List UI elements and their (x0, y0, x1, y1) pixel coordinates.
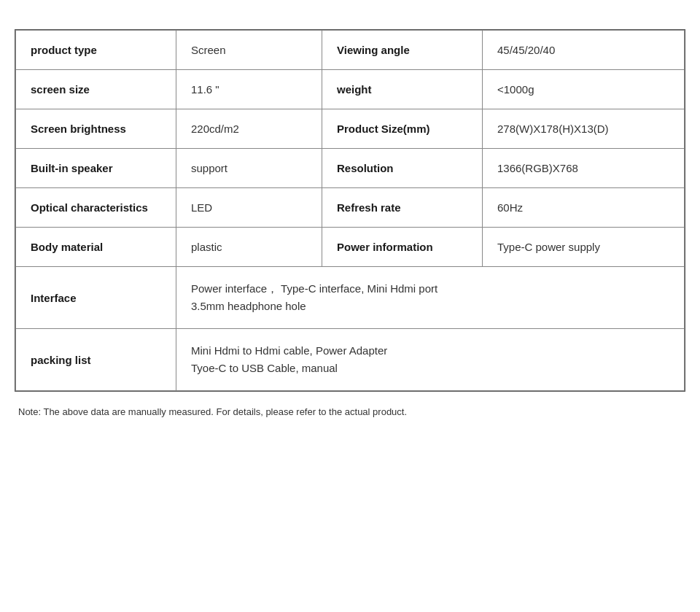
packing-label: packing list (16, 329, 176, 391)
left-label-2: Screen brightness (16, 109, 176, 149)
packing-row: packing list Mini Hdmi to Hdmi cable, Po… (16, 329, 685, 391)
left-label-4: Optical characteristics (16, 188, 176, 228)
right-value-0: 45/45/20/40 (483, 31, 685, 70)
table-row: Optical characteristicsLEDRefresh rate60… (16, 188, 685, 228)
specs-table: product typeScreenViewing angle45/45/20/… (15, 30, 685, 391)
table-row: Built-in speakersupportResolution1366(RG… (16, 149, 685, 188)
table-row: screen size11.6 "weight<1000g (16, 70, 685, 109)
interface-row: Interface Power interface， Type-C interf… (16, 267, 685, 329)
right-label-0: Viewing angle (322, 31, 483, 70)
right-label-1: weight (322, 70, 483, 109)
right-label-4: Refresh rate (322, 188, 483, 228)
right-value-5: Type-C power supply (483, 228, 685, 267)
packing-value: Mini Hdmi to Hdmi cable, Power Adapter T… (176, 329, 685, 391)
table-row: Body materialplasticPower informationTyp… (16, 228, 685, 267)
table-row: Screen brightness220cd/m2Product Size(mm… (16, 109, 685, 149)
left-value-2: 220cd/m2 (176, 109, 322, 149)
right-value-1: <1000g (483, 70, 685, 109)
right-value-2: 278(W)X178(H)X13(D) (483, 109, 685, 149)
left-value-0: Screen (176, 31, 322, 70)
specs-table-wrapper: product typeScreenViewing angle45/45/20/… (15, 29, 685, 392)
left-label-3: Built-in speaker (16, 149, 176, 188)
left-label-5: Body material (16, 228, 176, 267)
right-label-3: Resolution (322, 149, 483, 188)
left-value-1: 11.6 " (176, 70, 322, 109)
left-label-0: product type (16, 31, 176, 70)
right-label-2: Product Size(mm) (322, 109, 483, 149)
note-text: Note: The above data are manually measur… (15, 406, 685, 417)
interface-label: Interface (16, 267, 176, 329)
right-value-3: 1366(RGB)X768 (483, 149, 685, 188)
left-label-1: screen size (16, 70, 176, 109)
right-value-4: 60Hz (483, 188, 685, 228)
left-value-4: LED (176, 188, 322, 228)
left-value-3: support (176, 149, 322, 188)
table-row: product typeScreenViewing angle45/45/20/… (16, 31, 685, 70)
left-value-5: plastic (176, 228, 322, 267)
interface-value: Power interface， Type-C interface, Mini … (176, 267, 685, 329)
right-label-5: Power information (322, 228, 483, 267)
